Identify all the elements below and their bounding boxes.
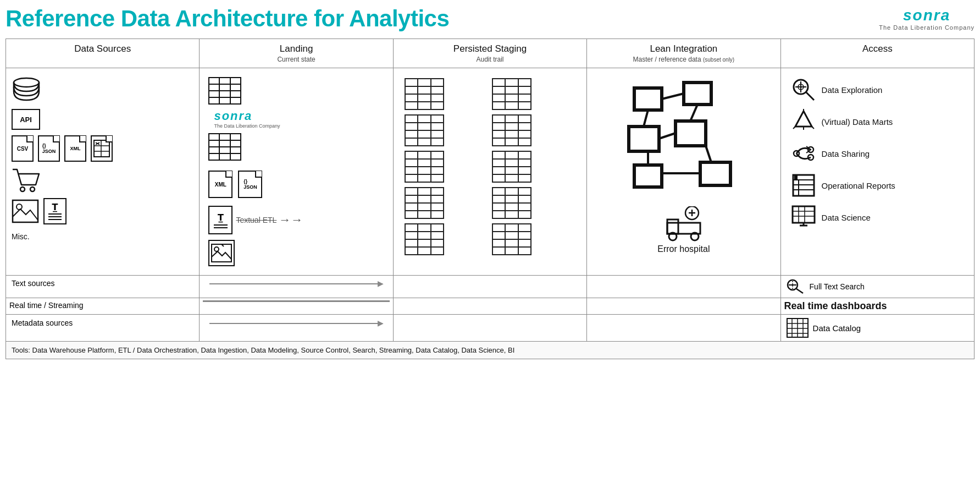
staging-grid-9 xyxy=(405,223,444,255)
xml-icon: XML xyxy=(64,135,86,162)
streaming-staging-cell xyxy=(393,298,586,315)
staging-grid-7 xyxy=(405,187,444,219)
landing-content: sonra The Data Liberation Company xyxy=(205,74,387,270)
textual-etl-label: Textual ETL xyxy=(236,216,276,224)
staging-grid-8 xyxy=(492,187,531,219)
landing-sub: Current state xyxy=(205,56,387,63)
image-icon xyxy=(12,199,39,223)
datasources-header: Data Sources xyxy=(12,43,193,56)
page-wrapper: Reference Data Architecture for Analytic… xyxy=(5,6,975,359)
svg-line-95 xyxy=(644,110,648,127)
svg-rect-11 xyxy=(13,200,38,222)
textual-etl-container: Textual ETL →→ xyxy=(236,213,303,227)
svg-rect-102 xyxy=(667,219,678,234)
svg-line-109 xyxy=(806,92,814,100)
error-hospital-label: Error hospital xyxy=(657,244,710,254)
svg-line-97 xyxy=(690,105,697,121)
sharing-icon xyxy=(791,141,816,166)
staging-grid-1 xyxy=(405,78,444,110)
col-header-staging: Persisted Staging Audit trail xyxy=(393,39,586,68)
cart-row xyxy=(12,167,193,193)
metadata-label: Metadata sources xyxy=(12,319,73,327)
svg-line-135 xyxy=(796,289,803,293)
col-header-landing: Landing Current state xyxy=(200,39,393,68)
data-catalog-label: Data Catalog xyxy=(813,323,861,333)
access-label-exploration: Data Exploration xyxy=(822,85,883,95)
text-doc-icon: T̲ xyxy=(43,198,67,224)
text-sources-label: Text sources xyxy=(12,279,55,288)
staging-grid-5 xyxy=(405,151,444,183)
landing-xml-icon: XML xyxy=(208,171,232,198)
staging-grid-6 xyxy=(492,151,531,183)
logo-area: sonra The Data Liberation Company xyxy=(879,7,975,31)
hospital-icon xyxy=(665,206,703,242)
svg-point-26 xyxy=(214,247,219,251)
svg-line-117 xyxy=(793,127,795,129)
api-row: API xyxy=(12,109,193,130)
streaming-label-cell: Real time / Streaming xyxy=(6,298,200,315)
integration-content: Error hospital xyxy=(593,73,774,259)
data-catalog-icon xyxy=(787,318,809,338)
landing-file-row: XML {}JSON xyxy=(208,171,384,198)
text-sources-staging-cell xyxy=(393,276,586,298)
textual-etl-arrow: →→ xyxy=(279,213,303,227)
json-icon: {}JSON xyxy=(38,135,60,162)
metadata-arrow xyxy=(209,323,383,324)
col-header-integration: Lean Integration Master / reference data… xyxy=(587,39,780,68)
cart-icon xyxy=(12,167,40,193)
access-label-marts: (Virtual) Data Marts xyxy=(822,117,893,127)
staging-grid-4 xyxy=(492,114,531,146)
integration-sub: Master / reference data (subset only) xyxy=(593,56,774,63)
access-cell: Data Exploration xyxy=(780,68,974,276)
data-catalog-item: Data Catalog xyxy=(787,318,968,338)
db-row xyxy=(12,77,193,103)
landing-text-doc: T̲ xyxy=(208,206,232,234)
image-text-row: T̲ xyxy=(12,198,193,224)
access-item-exploration: Data Exploration xyxy=(791,77,964,102)
svg-point-0 xyxy=(14,78,39,87)
text-sources-row: Text sources Full Text Sea xyxy=(6,276,975,298)
footer-row: Tools: Data Warehouse Platform, ETL / Da… xyxy=(6,342,975,359)
streaming-label: Real time / Streaming xyxy=(9,301,84,310)
staging-cell xyxy=(393,68,586,276)
svg-rect-25 xyxy=(212,244,231,262)
landing-image-icon xyxy=(208,240,235,266)
staging-grids xyxy=(399,73,581,261)
text-sources-arrow-cell xyxy=(200,276,393,298)
header: Reference Data Architecture for Analytic… xyxy=(5,6,975,32)
misc-label: Misc. xyxy=(12,232,193,241)
svg-rect-126 xyxy=(794,175,798,179)
svg-rect-88 xyxy=(634,88,662,110)
text-sources-arrow xyxy=(209,283,383,284)
streaming-row: Real time / Streaming Real time dashboar… xyxy=(6,298,975,315)
streaming-arrow-1 xyxy=(200,298,393,315)
datasources-cell: API CSV {}JSON XML xyxy=(6,68,200,276)
text-sources-access-cell: Full Text Search xyxy=(780,276,974,298)
datasources-icons: API CSV {}JSON XML xyxy=(12,73,193,245)
metadata-arrow-cell xyxy=(200,315,393,342)
metadata-label-cell: Metadata sources xyxy=(6,315,200,342)
main-title: Reference Data Architecture for Analytic… xyxy=(5,6,449,32)
database-icon xyxy=(12,77,42,103)
col-header-access: Access xyxy=(780,39,974,68)
full-text-search-icon xyxy=(787,279,805,294)
svg-rect-90 xyxy=(629,127,659,151)
metadata-access-cell: Data Catalog xyxy=(780,315,974,342)
integration-cell: Error hospital xyxy=(587,68,780,276)
svg-point-10 xyxy=(30,187,35,191)
landing-header: Landing xyxy=(205,43,387,56)
full-text-search-item: Full Text Search xyxy=(787,279,968,294)
svg-line-96 xyxy=(659,133,676,139)
access-label-reports: Operational Reports xyxy=(822,181,895,190)
access-label-sharing: Data Sharing xyxy=(822,149,870,158)
streaming-arrow-line xyxy=(203,300,389,302)
svg-line-99 xyxy=(706,146,711,162)
svg-line-116 xyxy=(812,127,814,129)
footer-cell: Tools: Data Warehouse Platform, ETL / Da… xyxy=(6,342,975,359)
datascience-icon xyxy=(791,205,816,230)
svg-line-94 xyxy=(662,94,684,99)
svg-rect-92 xyxy=(634,165,662,187)
erd-diagram-icon xyxy=(623,77,744,193)
svg-rect-91 xyxy=(676,121,706,146)
header-row: Data Sources Landing Current state Persi… xyxy=(6,39,975,68)
